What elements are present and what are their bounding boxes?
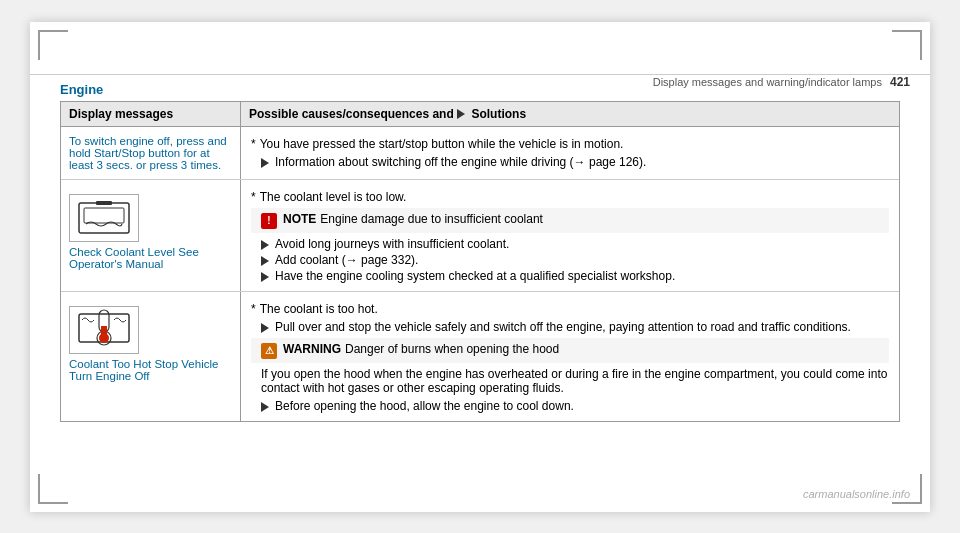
col1-row3: Coolant Too Hot Stop Vehi­cle Turn Engin… [61,292,241,421]
row3-icon-label: Coolant Too Hot Stop Vehi­cle Turn Engin… [69,358,218,382]
coolant-hot-svg [74,306,134,354]
star-icon: * [251,190,256,204]
coolant-level-icon-box [69,194,139,242]
row3-arrow1: Pull over and stop the vehicle safely an… [261,320,889,334]
row2-arrow2-text: Add coolant (→ page 332). [275,253,418,267]
star-icon: * [251,302,256,316]
table-row: Coolant Too Hot Stop Vehi­cle Turn Engin… [61,292,899,421]
coolant-level-svg [74,198,134,238]
note-text: Engine damage due to insufficient coolan… [320,212,543,226]
svg-rect-1 [84,208,124,223]
triangle-icon [457,109,465,119]
row1-left-text: To switch engine off, press and hold Sta… [69,135,227,171]
warning-box: ⚠ WARNING Danger of burns when opening t… [251,338,889,363]
col2-row2: * The coolant level is too low. ! NOTE E… [241,180,899,291]
arrow-icon [261,256,269,266]
row1-point1: You have pressed the start/stop button w… [260,137,624,151]
row3-info-text: If you open the hood when the engine has… [261,367,889,395]
col2-row1: * You have pressed the start/stop button… [241,127,899,179]
row2-arrow1-text: Avoid long journeys with insufficient co… [275,237,509,251]
row3-point1: The coolant is too hot. [260,302,378,316]
main-content: Engine Display messages Possible causes/… [60,82,900,482]
col2-row3: * The coolant is too hot. Pull over and … [241,292,899,421]
row3-star1: * The coolant is too hot. [251,302,889,316]
arrow-icon [261,272,269,282]
col1-row2: Check Coolant Level See Operator's Manua… [61,180,241,291]
coolant-hot-icon-box [69,306,139,354]
table-row: To switch engine off, press and hold Sta… [61,127,899,180]
row3-arrow2: Before opening the hood, allow the engin… [261,399,889,413]
table-header-row: Display messages Possible causes/consequ… [61,102,899,127]
table-row: Check Coolant Level See Operator's Manua… [61,180,899,292]
row1-arrow1-text: Information about switching off the engi… [275,155,646,169]
row2-star1: * The coolant level is too low. [251,190,889,204]
col1-header: Display messages [61,102,241,126]
svg-point-7 [99,333,109,343]
arrow-icon [261,240,269,250]
star-icon: * [251,137,256,151]
row1-arrow1: Information about switching off the engi… [261,155,889,169]
row2-point1: The coolant level is too low. [260,190,407,204]
arrow-icon [261,323,269,333]
warning-icon: ⚠ [261,343,277,359]
corner-mark-tr [892,30,922,60]
row2-arrow1: Avoid long journeys with insufficient co… [261,237,889,251]
arrow-icon [261,158,269,168]
col2-header-text: Possible causes/consequences and [249,107,454,121]
main-table: Display messages Possible causes/consequ… [60,101,900,422]
row3-arrow2-text: Before opening the hood, allow the engin… [275,399,574,413]
arrow-icon [261,402,269,412]
note-box: ! NOTE Engine damage due to insufficient… [251,208,889,233]
page: Display messages and warning/indicator l… [30,22,930,512]
col1-row1: To switch engine off, press and hold Sta… [61,127,241,179]
col2-header: Possible causes/consequences and Solutio… [241,102,899,126]
corner-mark-tl [38,30,68,60]
watermark: carmanualsonline.info [803,488,910,500]
note-icon: ! [261,213,277,229]
note-label: NOTE [283,212,316,226]
row2-arrow2: Add coolant (→ page 332). [261,253,889,267]
row2-icon-label: Check Coolant Level See Operator's Manua… [69,246,199,270]
row1-star1: * You have pressed the start/stop button… [251,137,889,151]
row2-arrow3: Have the engine cooling system checked a… [261,269,889,283]
warning-label: WARNING [283,342,341,356]
solutions-label: Solutions [471,107,526,121]
row2-arrow3-text: Have the engine cooling system checked a… [275,269,675,283]
section-title: Engine [60,82,900,97]
svg-rect-2 [96,201,112,205]
row3-arrow1-text: Pull over and stop the vehicle safely an… [275,320,851,334]
warning-text: Danger of burns when opening the hood [345,342,559,356]
